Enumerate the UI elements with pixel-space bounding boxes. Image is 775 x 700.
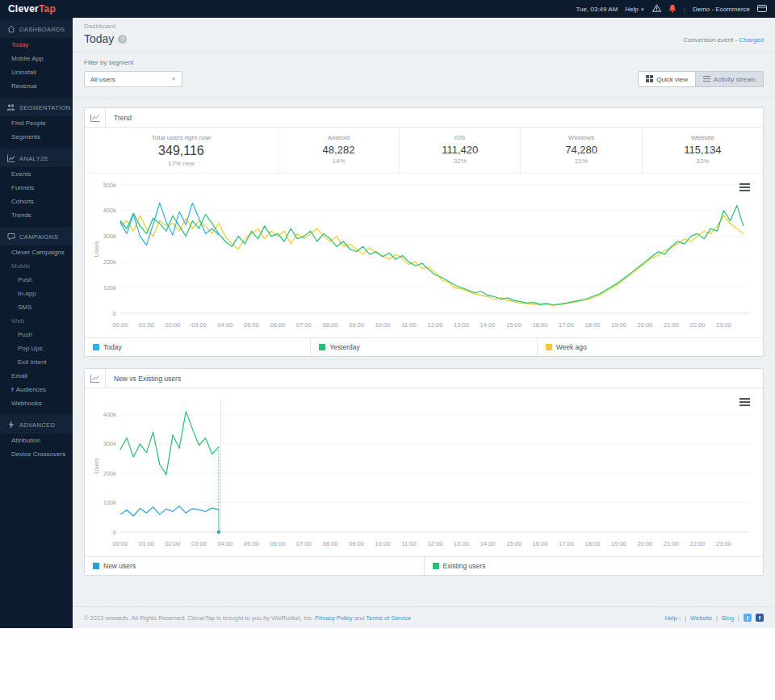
svg-text:10:00: 10:00 (375, 321, 391, 329)
svg-text:16:00: 16:00 (533, 321, 548, 329)
footer: © 2013 onwards. All Rights Reserved. Cle… (73, 606, 775, 628)
sidebar-item-cohorts[interactable]: Cohorts (0, 195, 73, 208)
topbar-separator: | (684, 6, 685, 13)
activity-stream-button[interactable]: Activity stream (696, 71, 764, 87)
svg-text:08:00: 08:00 (323, 540, 338, 547)
quick-view-button[interactable]: Quick view (638, 71, 696, 87)
filter-row: Filter by segment All users ▼ Quick view… (73, 52, 775, 98)
breadcrumb: Dashboard (84, 23, 127, 30)
sidebar-item-sms[interactable]: SMS (0, 300, 73, 314)
svg-text:Users: Users (93, 241, 100, 257)
svg-text:22:00: 22:00 (690, 321, 706, 329)
legend-item-today[interactable]: Today (85, 338, 310, 356)
svg-text:04:00: 04:00 (218, 540, 233, 547)
new-vs-existing-panel: New vs Existing users 0100k200k300k400k0… (84, 368, 764, 576)
facebook-icon[interactable]: f (756, 614, 764, 622)
svg-text:0: 0 (113, 310, 116, 317)
sidebar-item-mobile-push[interactable]: Push (0, 273, 73, 287)
chevron-down-icon: ▼ (640, 7, 645, 12)
clevertap-logo[interactable]: CleverTap (0, 3, 73, 15)
trend-panel: Trend Total users right now 349,116 17% … (84, 107, 764, 357)
new-vs-existing-title: New vs Existing users (106, 369, 181, 388)
new-vs-existing-chart-svg: 0100k200k300k400k00:0001:0002:0003:0004:… (91, 392, 760, 553)
sidebar-item-device-crossovers[interactable]: Device Crossovers (0, 447, 73, 461)
sidebar-item-web-push[interactable]: Push (0, 328, 73, 342)
trend-panel-header: Trend (85, 108, 763, 128)
svg-text:03:00: 03:00 (191, 321, 207, 329)
sidebar-item-email[interactable]: Email (0, 369, 73, 383)
help-menu[interactable]: Help ▼ (625, 6, 645, 13)
sidebar-item-audiences[interactable]: fAudiences (0, 383, 73, 396)
sidebar-item-clever-campaigns[interactable]: Clever Campaigns (0, 245, 73, 259)
sidebar-item-pop-ups[interactable]: Pop Ups (0, 342, 73, 355)
chart-menu-icon[interactable] (739, 396, 750, 408)
legend-swatch (433, 563, 439, 569)
account-menu[interactable]: Demo - Ecommerce (693, 6, 750, 13)
facebook-icon: f (11, 386, 14, 393)
svg-text:23:00: 23:00 (716, 321, 731, 329)
svg-text:400k: 400k (103, 207, 117, 214)
svg-text:09:00: 09:00 (349, 540, 364, 547)
svg-text:300k: 300k (103, 440, 117, 447)
svg-text:05:00: 05:00 (244, 321, 259, 329)
sidebar-item-exit-intent[interactable]: Exit Intent (0, 355, 73, 369)
svg-text:18:00: 18:00 (585, 540, 601, 547)
datetime-label: Tue, 03:49 AM (576, 6, 618, 13)
twitter-icon[interactable]: t (744, 614, 752, 622)
sidebar-section-label: DASHBOARDS (19, 26, 65, 33)
svg-text:400k: 400k (103, 411, 117, 418)
footer-links: Help - | Website | Blog | t f (664, 614, 764, 622)
sidebar-item-segments[interactable]: Segments (0, 130, 73, 144)
svg-text:12:00: 12:00 (428, 540, 443, 547)
sidebar-item-attribution[interactable]: Attribution (0, 434, 73, 447)
account-card-icon[interactable] (757, 5, 767, 14)
list-icon (703, 75, 710, 84)
logo-text-clever: Clever (8, 3, 39, 15)
sidebar-item-webhooks[interactable]: Webhooks (0, 396, 73, 410)
svg-text:500k: 500k (103, 182, 117, 189)
sidebar-item-events[interactable]: Events (0, 167, 73, 181)
sidebar-subheader-web: Web (0, 314, 73, 328)
sidebar-item-find-people[interactable]: Find People (0, 116, 73, 130)
sidebar-item-today[interactable]: Today (0, 38, 73, 52)
legend-item-yesterday[interactable]: Yesterday (310, 338, 536, 356)
sidebar-item-uninstall[interactable]: Uninstall (0, 65, 73, 79)
svg-text:14:00: 14:00 (480, 321, 496, 329)
help-icon[interactable]: ? (118, 35, 127, 44)
footer-blog-link[interactable]: Blog (722, 614, 734, 622)
svg-text:18:00: 18:00 (585, 321, 601, 329)
svg-text:200k: 200k (103, 258, 117, 266)
sidebar-item-in-app[interactable]: In-app (0, 287, 73, 300)
sidebar-item-mobile-app[interactable]: Mobile App (0, 52, 73, 65)
svg-text:06:00: 06:00 (270, 540, 286, 547)
new-vs-existing-legend: New users Existing users (85, 556, 763, 575)
svg-text:07:00: 07:00 (296, 540, 312, 547)
legend-item-new-users[interactable]: New users (85, 557, 424, 575)
sidebar-item-revenue[interactable]: Revenue (0, 79, 73, 93)
sidebar-item-funnels[interactable]: Funnels (0, 181, 73, 195)
svg-text:11:00: 11:00 (401, 540, 416, 547)
segment-dropdown[interactable]: All users ▼ (84, 71, 182, 87)
svg-text:12:00: 12:00 (428, 321, 443, 329)
sidebar-item-trends[interactable]: Trends (0, 208, 73, 222)
privacy-policy-link[interactable]: Privacy Policy (315, 614, 353, 622)
new-vs-existing-header: New vs Existing users (85, 369, 763, 388)
footer-help-link[interactable]: Help - (664, 614, 681, 622)
bell-icon[interactable] (668, 4, 677, 15)
svg-text:23:00: 23:00 (716, 540, 731, 547)
legend-item-week-ago[interactable]: Week ago (537, 338, 763, 356)
sidebar-section-analyze: ANALYZE (0, 149, 73, 167)
footer-website-link[interactable]: Website (690, 614, 712, 622)
svg-text:11:00: 11:00 (401, 321, 416, 329)
terms-of-service-link[interactable]: Terms of Service (366, 614, 411, 622)
legend-swatch (546, 344, 552, 350)
page-header: Dashboard Today ? Conversion event - Cha… (73, 18, 775, 52)
warning-icon[interactable] (652, 4, 661, 14)
sidebar-section-label: ADVANCED (19, 421, 55, 429)
legend-item-existing-users[interactable]: Existing users (424, 557, 764, 575)
sidebar-section-label: SEGMENTATION (19, 104, 71, 111)
conversion-event-link[interactable]: Charged (739, 36, 764, 44)
bolt-icon (6, 421, 15, 429)
chart-menu-icon[interactable] (739, 182, 750, 193)
svg-text:20:00: 20:00 (638, 540, 653, 547)
